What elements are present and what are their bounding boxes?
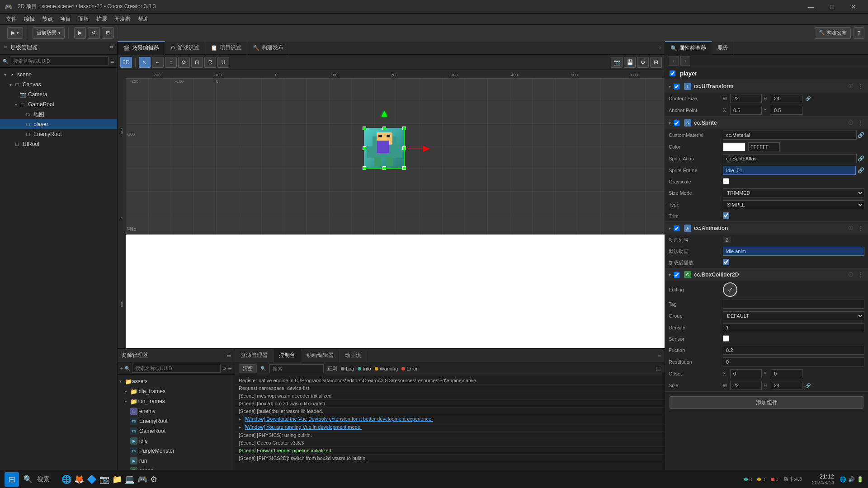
offset-y[interactable] [771, 369, 802, 378]
component-header-sprite[interactable]: ▾ S cc.Sprite ⓘ ⋮ [665, 117, 868, 129]
restitution-input[interactable] [723, 357, 864, 366]
grayscale-checkbox[interactable] [723, 178, 729, 184]
animation-enable[interactable] [674, 225, 679, 231]
sprite-atlas-input[interactable] [723, 154, 857, 163]
console-search[interactable] [269, 364, 324, 373]
default-anim-input[interactable] [723, 247, 864, 256]
size-link-icon[interactable]: 🔗 [804, 382, 811, 389]
play-on-load-checkbox[interactable] [723, 259, 729, 265]
close-button[interactable]: ✕ [843, 0, 863, 14]
search-icon[interactable]: 🔍 [21, 472, 35, 487]
menu-file[interactable]: 文件 [2, 14, 20, 24]
sprite-more-icon[interactable]: ⋮ [857, 119, 864, 127]
maximize-button[interactable]: □ [822, 0, 842, 14]
tab-assets2[interactable]: 资源管理器 [235, 349, 274, 362]
asset-assets[interactable]: ▾ 📁 assets [118, 376, 235, 386]
tree-item-camera[interactable]: 📷 Camera [0, 89, 117, 99]
component-header-uitransform[interactable]: ▾ T cc.UITransform ⓘ ⋮ [665, 80, 868, 93]
sprite-frame-chain-icon[interactable]: 🔗 [858, 167, 864, 174]
uitransform-info-icon[interactable]: ⓘ [847, 83, 854, 90]
error-filter[interactable]: Error [401, 366, 417, 371]
tab-service[interactable]: 服务 [712, 41, 734, 55]
hierarchy-search[interactable] [10, 56, 108, 66]
devmode-link[interactable]: [Window] You are running Vue in developm… [245, 424, 362, 430]
editing-btn[interactable]: ✓ [723, 282, 737, 297]
assets-search[interactable] [132, 364, 221, 373]
asset-idle[interactable]: ▶ idle [118, 436, 235, 446]
scene-viewport[interactable]: -200 -100 0 100 200 300 400 500 600 -650 [118, 70, 665, 348]
collider-info-icon[interactable]: ⓘ [847, 271, 854, 278]
regex-btn[interactable]: 正则 [327, 365, 337, 372]
mode-2d-btn[interactable]: 2D [120, 57, 132, 68]
group-select[interactable]: DEFAULT [723, 311, 864, 320]
handle-tr[interactable] [402, 127, 406, 130]
trim-checkbox[interactable] [723, 212, 729, 219]
scale-tool[interactable]: ⟳ [178, 57, 190, 68]
anchor-x[interactable] [730, 106, 762, 115]
size-mode-select[interactable]: TRIMMED SIMPLE CUSTOM [723, 188, 864, 197]
move-arrow-up[interactable]: ▲ [379, 108, 389, 119]
tab-animation-editor[interactable]: 动画编辑器 [301, 349, 340, 362]
asset-run[interactable]: ▶ run [118, 456, 235, 466]
network-icon[interactable]: 🌐 [840, 476, 846, 483]
select-tool[interactable]: ↖ [139, 57, 151, 68]
menu-extend[interactable]: 扩展 [93, 14, 111, 24]
collider-more-icon[interactable]: ⋮ [857, 271, 864, 278]
asset-scene[interactable]: ⬡ scene [118, 466, 235, 470]
animation-more-icon[interactable]: ⋮ [857, 225, 864, 232]
info-filter[interactable]: Info [358, 366, 371, 371]
content-size-h[interactable] [771, 94, 802, 103]
color-swatch[interactable] [723, 142, 745, 151]
photoshop-icon[interactable]: 📷 [99, 474, 109, 484]
material-chain-icon[interactable]: 🔗 [858, 132, 864, 138]
nav-back-btn[interactable]: ‹ [669, 56, 679, 66]
asset-gameroot[interactable]: TS GameRoot [118, 426, 235, 436]
sensor-checkbox[interactable] [723, 335, 729, 342]
asset-enemy[interactable]: ⬡ enemy [118, 406, 235, 416]
tab-console[interactable]: 控制台 [274, 349, 301, 362]
custom-material-input[interactable] [723, 131, 857, 140]
tab-inspector[interactable]: 🔍 属性检查器 [665, 41, 712, 55]
anchor-y[interactable] [771, 106, 802, 115]
handle-ml[interactable] [363, 146, 366, 150]
anchor-tool[interactable]: R [204, 57, 216, 68]
devtools-link[interactable]: [Window] Download the Vue Devtools exten… [245, 416, 433, 422]
browser-chrome-icon[interactable]: 🌐 [61, 474, 71, 484]
asset-purplemonster[interactable]: TS PurpleMonster [118, 446, 235, 456]
menu-node[interactable]: 节点 [38, 14, 57, 24]
rotate-tool[interactable]: ↕ [165, 57, 177, 68]
tree-item-enemyroot[interactable]: □ EnemyRoot [0, 129, 117, 139]
layout-button[interactable]: ⊞ [102, 27, 114, 39]
tree-item-uiroot[interactable]: □ UIRoot [0, 139, 117, 149]
sprite-container[interactable]: ▲ ▶ [364, 128, 405, 169]
current-scene-btn[interactable]: 当前场景 ▾ [33, 27, 65, 39]
sprite-box[interactable] [364, 128, 405, 169]
camera-btn[interactable]: 📷 [611, 57, 623, 68]
save-scene-btn[interactable]: 💾 [624, 57, 636, 68]
content-size-w[interactable] [730, 94, 762, 103]
uitransform-enable[interactable] [674, 84, 679, 89]
preview-dropdown[interactable]: ▶▾ [7, 27, 23, 39]
handle-tl[interactable] [363, 127, 366, 130]
tree-item-canvas[interactable]: ▾ □ Canvas [0, 80, 117, 89]
handle-tm[interactable] [382, 127, 386, 130]
color-hex-input[interactable] [748, 142, 780, 151]
log-filter[interactable]: Log [341, 366, 354, 371]
windows-icon[interactable]: ⊞ [5, 472, 19, 487]
uitransform-more-icon[interactable]: ⋮ [857, 83, 864, 90]
menu-dev[interactable]: 开发者 [111, 14, 134, 24]
add-component-btn[interactable]: 添加组件 [670, 396, 863, 409]
asset-run-frames[interactable]: ▸ 📁 run_frames [118, 396, 235, 406]
handle-br[interactable] [402, 166, 406, 170]
app6-icon[interactable]: 🎮 [137, 474, 147, 484]
component-header-animation[interactable]: ▾ A cc.Animation ⓘ ⋮ [665, 222, 868, 235]
clear-btn[interactable]: 清空 [239, 364, 257, 373]
settings-btn[interactable]: ⚙ [637, 57, 649, 68]
menu-edit[interactable]: 编辑 [20, 14, 38, 24]
reload-button[interactable]: ↺ [88, 27, 100, 39]
pivot-tool[interactable]: U [217, 57, 229, 68]
collider-enable[interactable] [674, 272, 679, 278]
app7-icon[interactable]: ⚙ [150, 474, 157, 484]
tab-build-publish[interactable]: 🔨构建发布 [247, 41, 289, 55]
component-header-boxcollider[interactable]: ▾ C cc.BoxCollider2D ⓘ ⋮ [665, 268, 868, 281]
